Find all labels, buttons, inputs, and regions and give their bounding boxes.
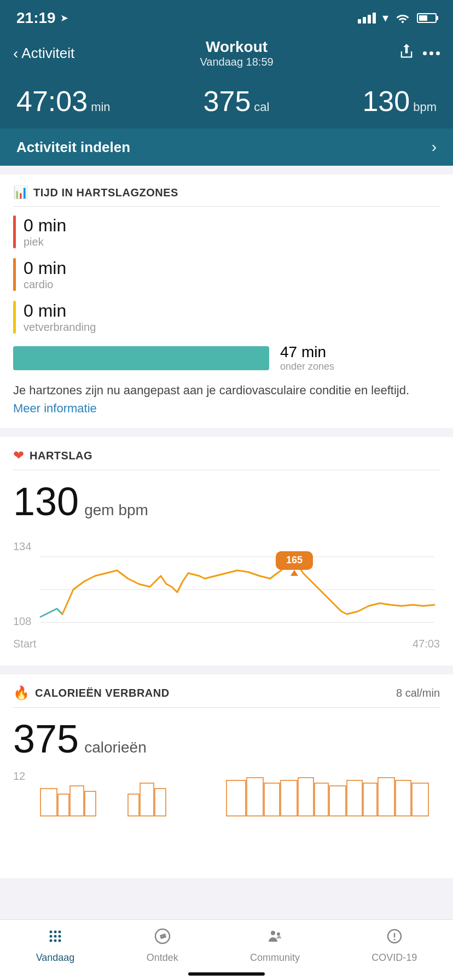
status-icons: ▾ xyxy=(358,11,437,25)
calories-big: 375 calorieën xyxy=(13,716,440,761)
zone-fat-burn: 0 min vetverbranding xyxy=(13,301,440,334)
svg-point-39 xyxy=(277,932,280,936)
more-button[interactable] xyxy=(423,51,440,55)
hartslag-avg-value: 130 xyxy=(13,479,79,524)
nav-vandaag-label: Vandaag xyxy=(36,952,75,964)
classify-banner[interactable]: Activiteit indelen › xyxy=(0,129,453,166)
heart-zones-section: 📊 TIJD IN HARTSLAGZONES 0 min piek 0 min… xyxy=(0,174,453,428)
location-icon: ➤ xyxy=(60,12,68,24)
y-label-134: 134 xyxy=(13,540,31,553)
svg-rect-21 xyxy=(347,780,362,816)
svg-rect-19 xyxy=(315,783,328,816)
peak-label: piek xyxy=(24,236,66,248)
y-label-108: 108 xyxy=(13,615,31,628)
nav-vandaag[interactable]: Vandaag xyxy=(36,928,75,964)
svg-point-29 xyxy=(50,935,53,938)
hartslag-header: ❤ HARTSLAG xyxy=(13,448,440,470)
calories-unit: cal xyxy=(254,100,269,114)
svg-point-33 xyxy=(54,940,57,942)
peak-value: 0 min xyxy=(24,215,66,236)
svg-rect-16 xyxy=(264,783,280,816)
back-button[interactable]: ‹ Activiteit xyxy=(13,45,74,62)
hartslag-section: ❤ HARTSLAG 130 gem bpm 134 108 165 xyxy=(0,437,453,666)
calories-rate: 8 cal/min xyxy=(396,687,440,699)
wifi-icon-proper xyxy=(395,13,410,24)
under-zones-row: 47 min onder zones xyxy=(13,343,440,372)
calories-big-value: 375 xyxy=(13,716,79,761)
svg-rect-20 xyxy=(329,786,346,816)
x-label-end: 47:03 xyxy=(413,638,440,650)
duration-unit: min xyxy=(91,100,110,114)
svg-point-38 xyxy=(271,931,275,935)
svg-rect-9 xyxy=(70,786,84,816)
under-zones-value: 47 min xyxy=(280,343,334,361)
svg-rect-15 xyxy=(247,778,263,816)
home-indicator xyxy=(188,972,265,976)
wifi-icon: ▾ xyxy=(382,11,388,25)
calories-big-unit: calorieën xyxy=(84,739,147,756)
nav-community[interactable]: Community xyxy=(250,928,300,964)
classify-label: Activiteit indelen xyxy=(16,139,130,156)
calories-y-label: 12 xyxy=(13,770,25,783)
bpm-unit: bpm xyxy=(413,100,437,114)
header: ‹ Activiteit Workout Vandaag 18:59 xyxy=(0,33,453,79)
chart-x-labels: Start 47:03 xyxy=(13,638,440,650)
status-time: 21:19 xyxy=(16,9,56,27)
share-button[interactable] xyxy=(399,43,414,64)
zones-icon: 📊 xyxy=(13,185,28,200)
heart-zones-header: 📊 TIJD IN HARTSLAGZONES xyxy=(13,185,440,207)
calories-chart-svg xyxy=(13,772,440,821)
peak-indicator xyxy=(13,215,16,248)
vandaag-icon xyxy=(47,928,64,949)
bottom-nav: Vandaag Ontdek Community xyxy=(0,919,453,980)
signal-icon xyxy=(358,13,376,24)
calories-title: CALORIEËN VERBRAND xyxy=(35,687,170,699)
under-zones-text: 47 min onder zones xyxy=(280,343,334,372)
zone-fat-burn-content: 0 min vetverbranding xyxy=(24,301,96,334)
bpm-stat: 130 bpm xyxy=(362,85,437,118)
page-subtitle: Vandaag 18:59 xyxy=(200,56,273,68)
zone-peak: 0 min piek xyxy=(13,215,440,248)
calories-header: 🔥 CALORIEËN VERBRAND 8 cal/min xyxy=(13,685,440,708)
zones-title: TIJD IN HARTSLAGZONES xyxy=(33,186,178,199)
svg-rect-23 xyxy=(378,778,394,816)
zone-peak-content: 0 min piek xyxy=(24,215,66,248)
svg-rect-11 xyxy=(128,794,139,816)
zone-cardio: 0 min cardio xyxy=(13,258,440,291)
heart-icon: ❤ xyxy=(13,448,24,463)
chart-y-labels: 134 108 xyxy=(13,540,31,628)
fat-burn-label: vetverbranding xyxy=(24,321,96,334)
calories-stat: 375 cal xyxy=(204,85,270,118)
hartslag-chart: 134 108 165 Start 47:03 xyxy=(13,535,440,650)
svg-point-30 xyxy=(54,935,57,938)
classify-chevron-icon: › xyxy=(432,138,437,156)
svg-point-34 xyxy=(59,940,61,942)
back-chevron-icon: ‹ xyxy=(13,45,18,62)
ontdek-icon xyxy=(154,928,171,949)
meer-info-link[interactable]: Meer informatie xyxy=(13,401,97,415)
stats-row: 47:03 min 375 cal 130 bpm xyxy=(0,79,453,129)
duration-stat: 47:03 min xyxy=(16,85,111,118)
duration-value: 47:03 xyxy=(16,85,88,118)
nav-covid[interactable]: COVID-19 xyxy=(371,928,417,964)
header-actions xyxy=(399,43,440,64)
svg-point-42 xyxy=(393,939,395,941)
nav-ontdek[interactable]: Ontdek xyxy=(147,928,178,964)
svg-rect-25 xyxy=(412,783,428,816)
under-zones-bar xyxy=(13,346,269,370)
calories-chart: 12 xyxy=(13,770,440,824)
community-icon xyxy=(266,928,284,949)
page-title: Workout xyxy=(200,38,273,56)
cardio-value: 0 min xyxy=(24,258,66,278)
bpm-value: 130 xyxy=(362,85,410,118)
hartslag-title: HARTSLAG xyxy=(30,450,92,462)
svg-rect-10 xyxy=(85,791,96,816)
svg-point-27 xyxy=(54,931,57,934)
cardio-indicator xyxy=(13,258,16,291)
svg-text:165: 165 xyxy=(286,555,303,565)
svg-point-32 xyxy=(50,940,53,942)
svg-rect-12 xyxy=(140,783,154,816)
svg-rect-22 xyxy=(363,783,377,816)
svg-point-31 xyxy=(59,935,61,938)
svg-rect-14 xyxy=(226,780,246,816)
